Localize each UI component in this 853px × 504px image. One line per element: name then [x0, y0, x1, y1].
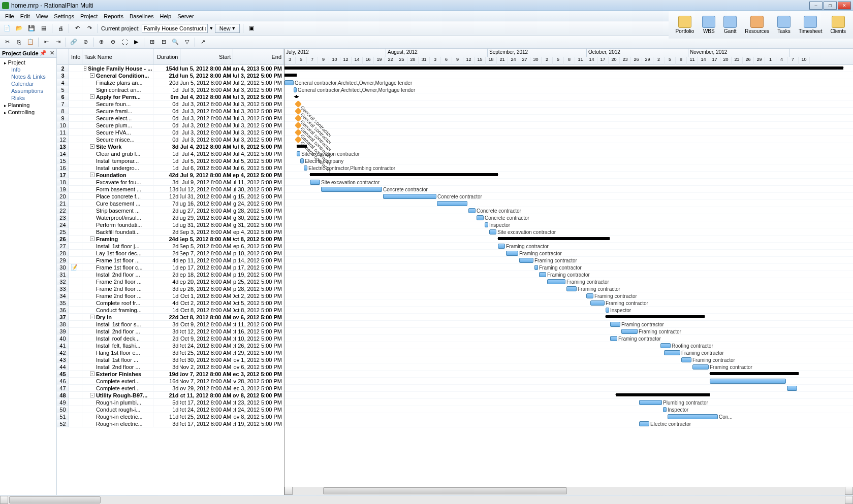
- gantt-bar[interactable]: Framing contractor: [590, 300, 605, 306]
- table-row[interactable]: 22Strip basement ...2dAug 27, 2012 8:00 …: [57, 207, 284, 214]
- col-end[interactable]: End: [233, 49, 284, 64]
- table-row[interactable]: 44Install 2nd floor ...3dNov 2, 2012 8:0…: [57, 363, 284, 371]
- gantt-bar[interactable]: General contractor: [295, 136, 302, 143]
- menu-baselines[interactable]: Baselines: [127, 12, 157, 20]
- table-row[interactable]: 24Perform foundati...1dAug 31, 2012 8:00…: [57, 221, 284, 228]
- table-row[interactable]: 18Excavate for fou...3dJul 9, 2012 8:00 …: [57, 179, 284, 186]
- table-row[interactable]: 27Install 1st floor j...2dSep 5, 2012 8:…: [57, 243, 284, 250]
- table-row[interactable]: 2-Single Family House - ...154dJun 5, 20…: [57, 65, 284, 72]
- menu-server[interactable]: Server: [174, 12, 197, 20]
- minimize-button[interactable]: –: [809, 2, 823, 10]
- table-row[interactable]: 40Install roof deck...2dOct 9, 2012 8:00…: [57, 335, 284, 342]
- undo-icon[interactable]: ↶: [72, 23, 82, 33]
- gantt-bar[interactable]: Site excavation contractor: [310, 180, 320, 185]
- table-row[interactable]: 14Clear and grub l...1dJul 4, 2012 8:00 …: [57, 150, 284, 157]
- expand-toggle[interactable]: -: [84, 66, 86, 71]
- gantt-bar[interactable]: Framing contractor: [692, 364, 709, 369]
- current-project-input[interactable]: [142, 24, 208, 33]
- table-row[interactable]: 34Frame 2nd floor ...1dOct 1, 2012 8:00 …: [57, 292, 284, 299]
- gantt-scroll-h[interactable]: [285, 487, 853, 495]
- guide-info[interactable]: Info: [2, 66, 54, 73]
- timeline-body[interactable]: General contractor,Architect,Owner,Mortg…: [285, 65, 853, 495]
- table-row[interactable]: 9Secure elect...0dJul 3, 2012 8:00 AMJul…: [57, 115, 284, 122]
- table-row[interactable]: 35Complete roof fr...4dOct 2, 2012 8:00 …: [57, 299, 284, 307]
- gantt-bar[interactable]: General contractor: [295, 122, 302, 129]
- export-icon[interactable]: ↗: [198, 37, 208, 47]
- gantt-bar[interactable]: Electric contractor,Plumbing contractor: [304, 165, 307, 171]
- scroll-left-icon[interactable]: [285, 487, 293, 495]
- expand-toggle[interactable]: -: [90, 315, 94, 319]
- table-row[interactable]: 31Install 2nd floor ...2dSep 18, 2012 8:…: [57, 271, 284, 278]
- view-clients[interactable]: Clients: [828, 15, 848, 35]
- table-row[interactable]: 51Rough-in electric...11dOct 25, 2012 8:…: [57, 413, 284, 420]
- menu-settings[interactable]: Settings: [51, 12, 77, 20]
- guide-notes-links[interactable]: Notes & Links: [2, 73, 54, 80]
- table-row[interactable]: 6-Apply for Perm...0mJul 4, 2012 8:00 AM…: [57, 93, 284, 100]
- print-icon[interactable]: 🖨: [55, 23, 66, 33]
- expand-toggle[interactable]: -: [90, 144, 94, 149]
- gantt-bar[interactable]: Framing contractor: [566, 286, 577, 291]
- table-row[interactable]: 47Complete exteri...3dNov 29, 2012 8:00 …: [57, 385, 284, 392]
- gantt-bar[interactable]: Electric contractor: [639, 421, 649, 426]
- open-icon[interactable]: 📂: [14, 23, 24, 33]
- table-row[interactable]: 16Install undergro...1dJul 6, 2012 8:00 …: [57, 164, 284, 172]
- window-icon[interactable]: ▣: [246, 23, 257, 33]
- pin-icon[interactable]: 📌: [40, 50, 47, 56]
- gantt-bar[interactable]: General contractor: [295, 100, 302, 108]
- gantt-bar[interactable]: [285, 74, 297, 77]
- goto-icon[interactable]: ▶: [131, 37, 141, 47]
- gantt-bar[interactable]: Site excavation contractor: [297, 151, 300, 156]
- table-row[interactable]: 11Secure HVA...0dJul 3, 2012 8:00 AMJul …: [57, 129, 284, 136]
- view-resources[interactable]: Resources: [743, 15, 771, 35]
- table-row[interactable]: 46Complete exteri...16dNov 7, 2012 8:00 …: [57, 378, 284, 385]
- table-row[interactable]: 5Sign contract an...1dJul 3, 2012 8:00 A…: [57, 86, 284, 93]
- table-row[interactable]: 21Cure basement ...7dAug 16, 2012 8:00 A…: [57, 200, 284, 207]
- maximize-button[interactable]: □: [824, 2, 837, 10]
- col-start[interactable]: Start: [180, 49, 233, 64]
- table-row[interactable]: 45-Exterior Finishes19dNov 7, 2012 8:00 …: [57, 371, 284, 378]
- gantt-bar[interactable]: Framing contractor: [506, 251, 518, 256]
- gantt-bar[interactable]: [297, 145, 307, 148]
- gantt-bar[interactable]: Concrete contractor: [321, 187, 382, 192]
- gantt-bar[interactable]: General contractor,Architect,Owner,Mortg…: [285, 80, 294, 85]
- gantt-bar[interactable]: Framing contractor: [610, 336, 617, 341]
- view-portfolio[interactable]: Portfolio: [674, 15, 697, 35]
- menu-help[interactable]: Help: [157, 12, 175, 20]
- col-info[interactable]: Info: [69, 49, 82, 64]
- guide-planning[interactable]: Planning: [2, 102, 54, 109]
- table-row[interactable]: 41Install felt, flashi...3dOct 24, 2012 …: [57, 342, 284, 349]
- menu-file[interactable]: File: [2, 12, 17, 20]
- gantt-bar[interactable]: [787, 386, 797, 391]
- dropdown-icon[interactable]: ▾: [210, 25, 213, 31]
- zoom-in-icon[interactable]: ⊕: [96, 37, 106, 47]
- table-row[interactable]: 50Conduct rough-i...1dOct 24, 2012 8:00 …: [57, 406, 284, 413]
- gantt-bar[interactable]: Inspector: [485, 222, 488, 227]
- expand-toggle[interactable]: -: [90, 173, 94, 177]
- link-icon[interactable]: 🔗: [69, 37, 79, 47]
- gantt-bar[interactable]: [437, 201, 467, 206]
- gantt-bar[interactable]: Con...: [668, 414, 718, 419]
- gantt-bar[interactable]: Concrete contractor: [477, 215, 484, 220]
- view-wbs[interactable]: WBS: [700, 15, 717, 35]
- table-row[interactable]: 38Install 1st floor s...3dOct 9, 2012 8:…: [57, 321, 284, 328]
- col-duration[interactable]: Duration: [153, 49, 181, 64]
- col-name[interactable]: Task Name: [82, 49, 153, 64]
- menu-reports[interactable]: Reports: [101, 12, 127, 20]
- filter-icon[interactable]: ▽: [182, 37, 192, 47]
- table-row[interactable]: 26-Framing24dSep 5, 2012 8:00 AMOct 8, 2…: [57, 236, 284, 243]
- close-button[interactable]: ✕: [838, 2, 851, 10]
- gantt-bar[interactable]: Inspector: [663, 407, 667, 412]
- table-row[interactable]: 42Hang 1st floor e...3dOct 25, 2012 8:00…: [57, 349, 284, 356]
- guide-project[interactable]: Project: [2, 59, 54, 66]
- menu-project[interactable]: Project: [77, 12, 101, 20]
- unlink-icon[interactable]: ⊘: [80, 37, 90, 47]
- copy-icon[interactable]: ⎘: [14, 37, 24, 47]
- table-row[interactable]: 3-General Condition...21dJun 5, 2012 8:0…: [57, 72, 284, 79]
- gantt-bar[interactable]: [310, 173, 498, 176]
- gantt-bar[interactable]: Framing contractor: [498, 244, 505, 249]
- gantt-bar[interactable]: Framing contractor: [534, 265, 538, 270]
- gantt-bar[interactable]: Framing contractor: [519, 258, 533, 263]
- gantt-bar[interactable]: Framing contractor: [547, 279, 565, 284]
- guide-controlling[interactable]: Controlling: [2, 109, 54, 116]
- view-gantt[interactable]: Gantt: [721, 15, 739, 35]
